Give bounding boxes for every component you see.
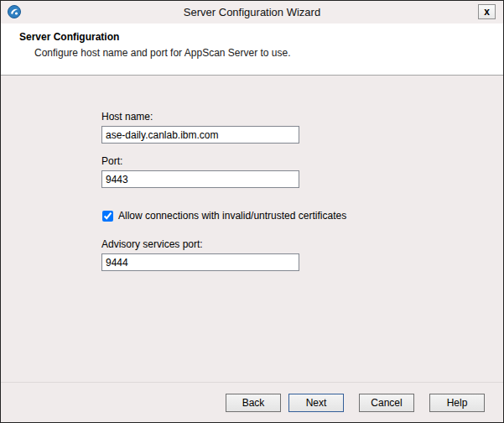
certificates-checkbox-row: Allow connections with invalid/untrusted… — [102, 210, 503, 222]
advisory-services-port-input[interactable] — [101, 253, 299, 271]
allow-invalid-certificates-checkbox[interactable] — [102, 211, 113, 222]
titlebar[interactable]: Server Configuration Wizard x — [1, 1, 503, 24]
host-name-field-group: Host name: — [101, 111, 503, 144]
port-label: Port: — [101, 155, 503, 167]
page-subtitle: Configure host name and port for AppScan… — [34, 47, 503, 59]
port-input[interactable] — [101, 170, 299, 188]
help-button[interactable]: Help — [429, 394, 485, 412]
advisory-services-port-label: Advisory services port: — [101, 238, 503, 250]
server-configuration-wizard-window: Server Configuration Wizard x Server Con… — [0, 0, 504, 423]
page-title: Server Configuration — [19, 31, 503, 43]
cancel-button[interactable]: Cancel — [359, 394, 414, 412]
appscan-icon — [8, 5, 21, 18]
advisory-port-field-group: Advisory services port: — [101, 238, 503, 271]
close-icon[interactable]: x — [478, 4, 496, 19]
host-name-input[interactable] — [101, 126, 299, 144]
wizard-content: Host name: Port: Allow connections with … — [1, 76, 503, 382]
next-button[interactable]: Next — [288, 394, 344, 412]
window-title: Server Configuration Wizard — [1, 6, 503, 18]
button-bar: Back Next Cancel Help — [1, 382, 503, 422]
allow-invalid-certificates-label: Allow connections with invalid/untrusted… — [118, 210, 346, 222]
wizard-header: Server Configuration Configure host name… — [1, 24, 503, 76]
back-button[interactable]: Back — [226, 394, 281, 412]
port-field-group: Port: — [101, 155, 503, 188]
host-name-label: Host name: — [101, 111, 503, 123]
